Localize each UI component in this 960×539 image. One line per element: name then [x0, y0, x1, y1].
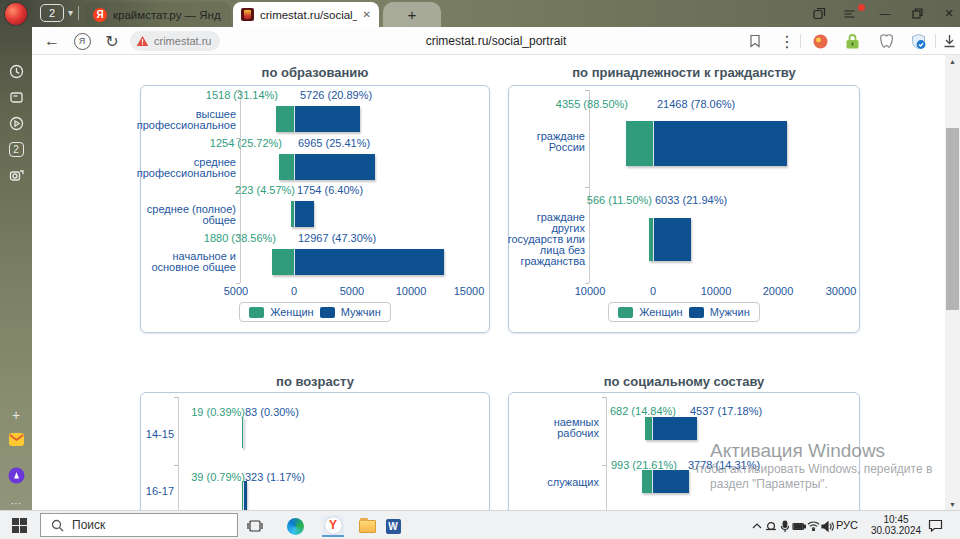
- bookmark-icon[interactable]: [746, 27, 764, 55]
- microphone-icon[interactable]: [778, 519, 792, 533]
- value-label-women: 39 (0.79%): [191, 471, 245, 483]
- time: 10:45: [866, 514, 926, 525]
- battery-icon[interactable]: [792, 519, 806, 533]
- tabs-count-icon[interactable]: 2: [7, 140, 25, 158]
- bar-men[interactable]: [653, 121, 787, 166]
- bar-men[interactable]: [652, 470, 689, 493]
- tab-groups-icon[interactable]: [810, 5, 828, 21]
- scrollbar-thumb[interactable]: [946, 128, 959, 310]
- action-center-icon[interactable]: [928, 518, 944, 532]
- site-badge-text: crimestat.ru: [154, 35, 211, 47]
- site-security-badge[interactable]: crimestat.ru: [130, 31, 220, 51]
- x-axis-tick-label: 10000: [560, 285, 620, 297]
- yandex-mail-icon[interactable]: [7, 430, 25, 448]
- tab-yandex-search[interactable]: Я краймстат.ру — Яндекс: н: [85, 2, 231, 27]
- page-content: по образованию Женщин Мужчин по принадле…: [32, 55, 945, 510]
- bar-women[interactable]: [626, 121, 653, 166]
- axis-tick-mark: [585, 283, 589, 284]
- bar-men[interactable]: [294, 106, 360, 132]
- touch-keyboard-icon[interactable]: [764, 519, 778, 533]
- task-view-icon[interactable]: [244, 515, 266, 537]
- browser-address-bar: ← Я ↻ crimestat.ru crimestat.ru/social_p…: [32, 27, 960, 55]
- axis-tick-mark: [585, 90, 589, 91]
- category-axis-line: [606, 397, 607, 510]
- value-label-men: 4537 (17.18%): [690, 405, 762, 417]
- file-explorer-icon[interactable]: [356, 515, 378, 537]
- yandex-browser-icon[interactable]: Y: [322, 515, 344, 537]
- close-window-button[interactable]: ✕: [940, 5, 958, 21]
- value-label-women: 682 (14.84%): [610, 405, 676, 417]
- bar-men[interactable]: [243, 417, 244, 448]
- clock[interactable]: 10:45 30.03.2024: [866, 514, 926, 536]
- refresh-button[interactable]: ↻: [102, 27, 122, 55]
- value-label-women: 566 (11.50%): [587, 194, 652, 206]
- windows-activation-watermark-text: раздел "Параметры".: [710, 477, 828, 491]
- tab-crimestat-active[interactable]: crimestat.ru/social_portr ✕: [233, 2, 379, 27]
- scroll-up-icon[interactable]: ▲: [945, 55, 960, 67]
- windows-activation-watermark-title: Активация Windows: [710, 440, 885, 462]
- bar-women[interactable]: [279, 154, 294, 180]
- collections-icon[interactable]: [7, 88, 25, 106]
- language-indicator[interactable]: РУС: [836, 519, 858, 531]
- lock-extension-icon[interactable]: [844, 33, 861, 50]
- taskbar-search-input[interactable]: Поиск: [40, 513, 238, 537]
- category-label: 16-17: [32, 486, 174, 497]
- bar-men[interactable]: [294, 154, 375, 180]
- wifi-icon[interactable]: [806, 519, 820, 533]
- legend-swatch-women: [618, 307, 633, 318]
- history-icon[interactable]: [7, 62, 25, 80]
- bar-men[interactable]: [652, 417, 697, 440]
- bar-women[interactable]: [645, 417, 652, 440]
- chevron-down-icon[interactable]: ▾: [68, 7, 73, 18]
- category-label: служащих: [439, 477, 599, 488]
- bar-men[interactable]: [243, 481, 247, 510]
- back-button[interactable]: ←: [42, 27, 62, 55]
- value-label-men: 5726 (20.89%): [300, 89, 372, 101]
- tray-expand-icon[interactable]: [750, 519, 764, 533]
- axis-tick-mark: [236, 283, 240, 284]
- divider: [800, 34, 801, 48]
- value-label-men: 6033 (21.94%): [655, 194, 727, 206]
- extension-icon-2[interactable]: [878, 33, 895, 50]
- bar-women[interactable]: [276, 106, 294, 132]
- bar-men[interactable]: [294, 201, 314, 227]
- close-tab-icon[interactable]: ✕: [363, 9, 371, 20]
- add-panel-icon[interactable]: +: [7, 406, 25, 424]
- profile-avatar[interactable]: [5, 3, 27, 25]
- search-icon: [51, 519, 64, 532]
- start-button[interactable]: [12, 518, 27, 533]
- restore-button[interactable]: [908, 5, 926, 21]
- bar-men[interactable]: [653, 218, 691, 261]
- legend-label-women: Женщин: [270, 306, 313, 318]
- axis-tick-mark: [602, 465, 606, 466]
- downloads-icon[interactable]: [940, 27, 958, 55]
- extension-icon-1[interactable]: [812, 33, 829, 50]
- x-axis-tick-label: 0: [264, 285, 324, 297]
- page-scrollbar[interactable]: ▲ ▼: [945, 55, 960, 510]
- chart-title-age: по возрасту: [140, 374, 490, 389]
- bar-women[interactable]: [642, 470, 652, 493]
- scroll-down-icon[interactable]: ▼: [945, 498, 960, 510]
- bar-men[interactable]: [294, 249, 444, 275]
- video-play-icon[interactable]: [7, 114, 25, 132]
- word-icon[interactable]: W: [382, 515, 404, 537]
- value-label-women: 19 (0.39%): [191, 406, 245, 418]
- alice-assistant-icon[interactable]: [7, 466, 25, 484]
- new-tab-button[interactable]: +: [383, 2, 441, 27]
- volume-icon[interactable]: [820, 519, 834, 533]
- minimize-button[interactable]: —: [876, 5, 894, 21]
- yandex-home-button[interactable]: Я: [72, 27, 92, 55]
- tab-title: crimestat.ru/social_portr: [260, 9, 357, 21]
- protect-extension-icon[interactable]: [910, 33, 927, 50]
- tab-count-button[interactable]: 2: [40, 4, 64, 22]
- sidebar-tab-count: 2: [9, 142, 24, 157]
- browser-menu-icon[interactable]: [840, 5, 858, 21]
- value-label-women: 1518 (31.14%): [206, 89, 278, 101]
- edge-browser-icon[interactable]: [284, 515, 306, 537]
- date: 30.03.2024: [866, 525, 926, 536]
- axis-tick-mark: [602, 397, 606, 398]
- more-options-icon[interactable]: ⋮: [780, 27, 794, 55]
- screenshot-icon[interactable]: [7, 166, 25, 184]
- axis-tick-mark: [174, 465, 178, 466]
- bar-women[interactable]: [272, 249, 294, 275]
